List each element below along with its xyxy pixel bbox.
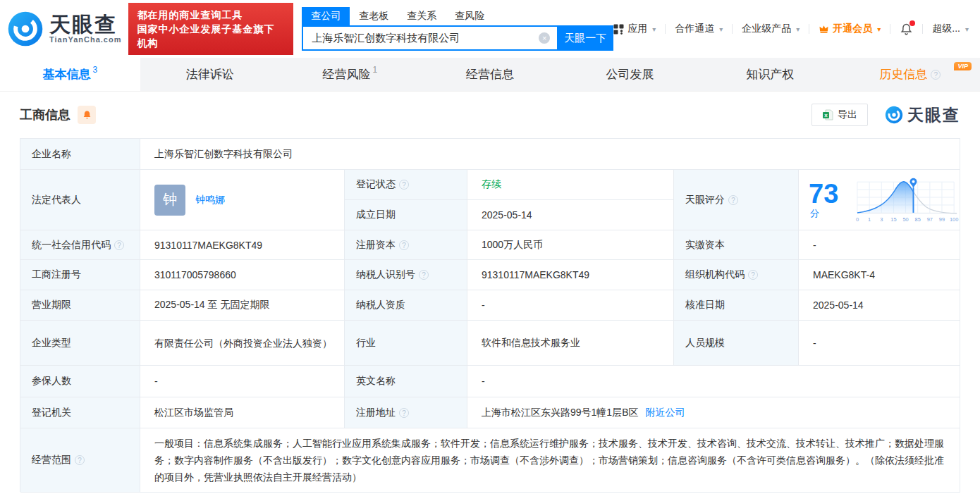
chevron-down-icon: ▾ <box>877 25 881 33</box>
reg-address-value: 上海市松江区东兴路99号1幢1层B区 <box>482 407 638 419</box>
export-button-label: 导出 <box>838 109 857 121</box>
search-tabs: 查公司 查老板 查关系 查风险 <box>302 7 613 25</box>
tab-legal-label: 法律诉讼 <box>186 66 234 82</box>
reg-capital-label: 注册资本 <box>356 239 396 252</box>
legal-rep-link[interactable]: 钟鸣娜 <box>195 194 225 206</box>
help-icon[interactable] <box>399 408 409 418</box>
nav-partner-label: 合作通道 <box>675 23 714 35</box>
table-row: 登记机关 松江区市场监管局 注册地址 上海市松江区东兴路99号1幢1层B区 附近… <box>20 397 960 428</box>
tab-basic-info[interactable]: 基本信息 3 <box>0 58 140 91</box>
help-icon[interactable] <box>748 270 758 280</box>
nav-enterprise[interactable]: 企业级产品 ▾ <box>742 23 800 35</box>
tianyancha-logo-icon <box>7 11 44 47</box>
field-label: 行业 <box>345 321 467 366</box>
bell-icon <box>82 110 92 120</box>
excel-icon: x <box>822 109 833 120</box>
table-subrow: 登记状态 存续 <box>345 170 674 200</box>
table-row: 参保人数 - 英文名称 - <box>20 366 960 397</box>
nav-partner[interactable]: 合作通道 ▾ <box>675 23 723 35</box>
avatar[interactable]: 钟 <box>154 185 185 216</box>
taxpayer-id-label: 纳税人识别号 <box>356 268 415 281</box>
brand-watermark-label: 天眼查 <box>907 104 960 126</box>
field-label: 纳税人识别号 <box>345 260 467 290</box>
nearby-companies-link[interactable]: 附近公司 <box>645 407 685 419</box>
chevron-down-icon: ▾ <box>652 25 656 33</box>
reg-authority-value: 松江区市场监管局 <box>140 397 345 428</box>
insured-count-value: - <box>140 366 345 397</box>
notification-bell[interactable] <box>900 23 913 36</box>
search-button[interactable]: 天眼一下 <box>557 25 613 51</box>
notification-dot <box>909 20 915 26</box>
field-label: 营业期限 <box>20 290 140 321</box>
nav-user[interactable]: 超级... ▾ <box>932 23 969 35</box>
help-icon[interactable] <box>728 195 738 205</box>
nav-open-vip[interactable]: 开通会员 ▾ <box>819 23 881 35</box>
credit-code-value: 91310117MAEKG8KT49 <box>140 230 345 260</box>
section-title: 工商信息 <box>20 106 71 123</box>
tab-operation[interactable]: 经营信息 <box>420 58 561 91</box>
field-label: 组织机构代码 <box>674 260 799 290</box>
score-axis-tick: 3 <box>880 216 883 222</box>
tab-ip[interactable]: 知识产权 <box>700 58 840 91</box>
help-icon[interactable] <box>75 455 85 465</box>
field-label: 成立日期 <box>345 200 467 230</box>
chevron-down-icon: ▾ <box>719 25 723 33</box>
table-row: 统一社会信用代码 91310117MAEKG8KT49 注册资本 1000万人民… <box>20 230 960 260</box>
score-axis: 0 1 3 15 50 85 97 99 100 <box>856 216 958 222</box>
help-icon[interactable] <box>399 240 409 250</box>
nav-user-label: 超级... <box>932 23 960 35</box>
field-label: 企业名称 <box>20 139 140 170</box>
search-tab-relation[interactable]: 查关系 <box>398 7 446 25</box>
search-tab-company[interactable]: 查公司 <box>302 7 350 25</box>
tab-operation-label: 经营信息 <box>466 66 514 82</box>
score-axis-tick: 100 <box>950 216 958 222</box>
help-icon[interactable] <box>419 270 429 280</box>
tab-development-label: 公司发展 <box>606 66 654 82</box>
slogan-banner: 都在用的商业查询工具 国家中小企业发展子基金旗下机构 <box>128 3 293 55</box>
section-header: 工商信息 x 导出 天眼查 <box>0 92 980 138</box>
field-label: 天眼评分 <box>674 170 799 230</box>
search-tab-risk[interactable]: 查风险 <box>446 7 494 25</box>
help-icon[interactable] <box>931 70 941 80</box>
search-input[interactable] <box>302 25 557 51</box>
score-axis-tick: 50 <box>902 216 908 222</box>
slogan-line1: 都在用的商业查询工具 <box>137 8 285 22</box>
brand-watermark: 天眼查 <box>885 104 960 126</box>
field-label: 人员规模 <box>674 321 799 366</box>
export-button[interactable]: x 导出 <box>811 104 868 126</box>
field-label: 核准日期 <box>674 290 799 321</box>
score-unit: 分 <box>810 208 819 218</box>
score-axis-tick: 15 <box>890 216 896 222</box>
tab-development[interactable]: 公司发展 <box>560 58 700 91</box>
score-axis-tick: 99 <box>939 216 945 222</box>
staff-size-value: - <box>799 321 960 366</box>
table-row: 法定代表人 钟 钟鸣娜 登记状态 存续 成立日期 2025-05-14 天眼评分 <box>20 170 960 230</box>
tab-history[interactable]: VIP 历史信息 <box>840 58 980 91</box>
tab-legal[interactable]: 法律诉讼 <box>140 58 281 91</box>
business-scope-label: 经营范围 <box>32 454 71 466</box>
tianyancha-logo-icon <box>885 106 903 124</box>
help-icon[interactable] <box>114 240 124 250</box>
nav-divider <box>922 24 923 34</box>
legal-rep-cell: 钟 钟鸣娜 <box>140 170 345 230</box>
reg-status-value: 存续 <box>467 170 674 200</box>
table-subrow: 成立日期 2025-05-14 <box>345 200 674 230</box>
approval-date-value: 2025-05-14 <box>799 290 960 321</box>
tianyancha-logo[interactable]: 天眼查 TianYanCha.com <box>7 11 121 47</box>
nav-divider <box>809 24 809 34</box>
chevron-down-icon: ▾ <box>796 25 800 33</box>
business-term-value: 2025-05-14 至 无固定期限 <box>140 290 345 321</box>
search-tab-boss[interactable]: 查老板 <box>350 7 398 25</box>
company-type-value: 有限责任公司（外商投资企业法人独资） <box>154 335 343 351</box>
score-cell: 73分 <box>799 170 960 230</box>
help-icon[interactable] <box>399 180 409 190</box>
monitor-bell-button[interactable] <box>78 106 96 124</box>
table-row: 经营范围 一般项目：信息系统集成服务；人工智能行业应用系统集成服务；软件开发；信… <box>20 428 960 492</box>
english-name-value: - <box>467 366 960 397</box>
field-label: 注册资本 <box>345 230 467 260</box>
tab-risk[interactable]: 经营风险 1 <box>280 58 420 91</box>
field-label: 登记状态 <box>345 170 467 200</box>
reg-address-cell: 上海市松江区东兴路99号1幢1层B区 附近公司 <box>467 397 960 428</box>
slogan-line2: 国家中小企业发展子基金旗下机构 <box>137 22 285 50</box>
nav-apps[interactable]: 应用 ▾ <box>613 23 656 35</box>
